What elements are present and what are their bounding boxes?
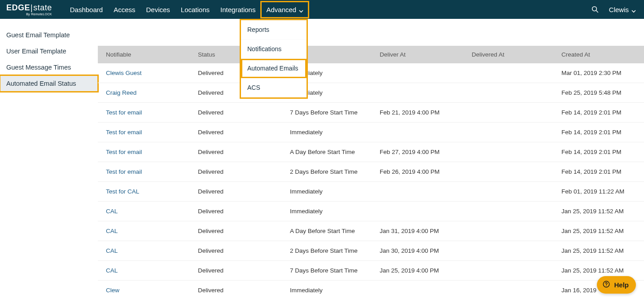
cell-notifiable[interactable]: Test for CAL bbox=[98, 182, 190, 202]
nav-integrations[interactable]: Integrations bbox=[215, 1, 261, 18]
table-row: Test for emailDelivered7 Days Before Sta… bbox=[98, 103, 644, 123]
table-row: Craig ReedDeliveredImmediatelyFeb 25, 20… bbox=[98, 83, 644, 103]
cell-time: Immediately bbox=[282, 182, 372, 202]
cell-deliver-at bbox=[372, 281, 464, 299]
table-header-row: Notifiable Status Time Deliver At Delive… bbox=[98, 46, 644, 63]
cell-status: Delivered bbox=[190, 162, 282, 182]
cell-status: Delivered bbox=[190, 103, 282, 123]
sidebar: Guest Email Template User Email Template… bbox=[0, 19, 98, 299]
chevron-down-icon bbox=[299, 7, 303, 12]
cell-status: Delivered bbox=[190, 142, 282, 162]
cell-delivered-at bbox=[464, 63, 553, 83]
nav-locations[interactable]: Locations bbox=[175, 1, 215, 18]
cell-created-at: Feb 25, 2019 5:48 PM bbox=[553, 83, 644, 103]
col-notifiable[interactable]: Notifiable bbox=[98, 46, 190, 63]
cell-notifiable[interactable]: Test for email bbox=[98, 123, 190, 142]
table-row: Test for emailDeliveredA Day Before Star… bbox=[98, 142, 644, 162]
cell-delivered-at bbox=[464, 202, 553, 221]
cell-created-at: Jan 25, 2019 11:52 AM bbox=[553, 202, 644, 221]
svg-point-0 bbox=[592, 7, 596, 11]
chevron-down-icon bbox=[631, 7, 636, 12]
cell-notifiable[interactable]: Test for email bbox=[98, 103, 190, 123]
primary-nav: Dashboard Access Devices Locations Integ… bbox=[65, 1, 309, 18]
table-row: CALDeliveredImmediatelyJan 25, 2019 11:5… bbox=[98, 202, 644, 221]
dropdown-automated-emails[interactable]: Automated Emails bbox=[241, 59, 307, 78]
search-icon[interactable] bbox=[591, 5, 599, 13]
cell-deliver-at bbox=[372, 83, 464, 103]
brand-right: state bbox=[33, 3, 52, 12]
nav-advanced-label: Advanced bbox=[266, 6, 296, 13]
sidebar-user-email-template[interactable]: User Email Template bbox=[0, 43, 98, 59]
cell-deliver-at: Jan 25, 2019 4:00 PM bbox=[372, 261, 464, 281]
help-button[interactable]: Help bbox=[597, 276, 636, 294]
nav-advanced[interactable]: Advanced bbox=[261, 1, 309, 18]
cell-time: 7 Days Before Start Time bbox=[282, 103, 372, 123]
table-row: CALDelivered2 Days Before Start TimeJan … bbox=[98, 241, 644, 261]
nav-devices[interactable]: Devices bbox=[140, 1, 175, 18]
main-panel: Notifiable Status Time Deliver At Delive… bbox=[98, 19, 644, 299]
cell-time: 2 Days Before Start Time bbox=[282, 241, 372, 261]
cell-time: Immediately bbox=[282, 281, 372, 299]
cell-status: Delivered bbox=[190, 123, 282, 142]
email-status-table: Notifiable Status Time Deliver At Delive… bbox=[98, 46, 644, 299]
cell-deliver-at: Feb 26, 2019 4:00 PM bbox=[372, 162, 464, 182]
cell-notifiable[interactable]: Test for email bbox=[98, 142, 190, 162]
cell-status: Delivered bbox=[190, 202, 282, 221]
cell-delivered-at bbox=[464, 221, 553, 241]
cell-notifiable[interactable]: Craig Reed bbox=[98, 83, 190, 103]
topbar-right: Clewis bbox=[591, 5, 636, 13]
cell-notifiable[interactable]: CAL bbox=[98, 221, 190, 241]
dropdown-acs[interactable]: ACS bbox=[241, 78, 307, 97]
cell-notifiable[interactable]: CAL bbox=[98, 202, 190, 221]
table-row: Test for CALDeliveredImmediatelyFeb 01, … bbox=[98, 182, 644, 202]
cell-time: Immediately bbox=[282, 123, 372, 142]
sidebar-automated-email-status[interactable]: Automated Email Status bbox=[0, 75, 98, 92]
col-created-at[interactable]: Created At bbox=[553, 46, 644, 63]
cell-notifiable[interactable]: Clew bbox=[98, 281, 190, 299]
cell-created-at: Feb 14, 2019 2:01 PM bbox=[553, 103, 644, 123]
cell-delivered-at bbox=[464, 182, 553, 202]
cell-delivered-at bbox=[464, 123, 553, 142]
user-menu[interactable]: Clewis bbox=[609, 6, 636, 13]
cell-delivered-at bbox=[464, 261, 553, 281]
svg-point-3 bbox=[606, 286, 607, 286]
cell-created-at: Feb 01, 2019 11:22 AM bbox=[553, 182, 644, 202]
cell-deliver-at bbox=[372, 123, 464, 142]
cell-notifiable[interactable]: CAL bbox=[98, 241, 190, 261]
cell-delivered-at bbox=[464, 83, 553, 103]
cell-deliver-at bbox=[372, 202, 464, 221]
col-delivered-at[interactable]: Delivered At bbox=[464, 46, 553, 63]
col-deliver-at[interactable]: Deliver At bbox=[372, 46, 464, 63]
cell-delivered-at bbox=[464, 241, 553, 261]
table-row: CALDelivered7 Days Before Start TimeJan … bbox=[98, 261, 644, 281]
cell-delivered-at bbox=[464, 162, 553, 182]
cell-time: Immediately bbox=[282, 202, 372, 221]
table-row: Test for emailDeliveredImmediatelyFeb 14… bbox=[98, 123, 644, 142]
cell-notifiable[interactable]: CAL bbox=[98, 261, 190, 281]
cell-time: A Day Before Start Time bbox=[282, 221, 372, 241]
nav-dashboard[interactable]: Dashboard bbox=[65, 1, 108, 18]
svg-line-1 bbox=[596, 10, 598, 13]
sidebar-guest-email-template[interactable]: Guest Email Template bbox=[0, 27, 98, 43]
cell-delivered-at bbox=[464, 103, 553, 123]
dropdown-notifications[interactable]: Notifications bbox=[241, 40, 307, 59]
cell-created-at: Feb 14, 2019 2:01 PM bbox=[553, 162, 644, 182]
dropdown-reports[interactable]: Reports bbox=[241, 20, 307, 40]
cell-created-at: Jan 25, 2019 11:52 AM bbox=[553, 221, 644, 241]
cell-notifiable[interactable]: Clewis Guest bbox=[98, 63, 190, 83]
cell-created-at: Feb 14, 2019 2:01 PM bbox=[553, 123, 644, 142]
nav-access[interactable]: Access bbox=[108, 1, 140, 18]
cell-notifiable[interactable]: Test for email bbox=[98, 162, 190, 182]
cell-time: A Day Before Start Time bbox=[282, 142, 372, 162]
cell-status: Delivered bbox=[190, 241, 282, 261]
cell-delivered-at bbox=[464, 281, 553, 299]
cell-delivered-at bbox=[464, 142, 553, 162]
sidebar-guest-message-times[interactable]: Guest Message Times bbox=[0, 59, 98, 75]
help-label: Help bbox=[614, 281, 629, 289]
cell-time: 7 Days Before Start Time bbox=[282, 261, 372, 281]
topbar: EDGE|state By RemoteLOCK Dashboard Acces… bbox=[0, 0, 644, 19]
advanced-dropdown: Reports Notifications Automated Emails A… bbox=[240, 19, 308, 99]
brand-logo[interactable]: EDGE|state By RemoteLOCK bbox=[6, 4, 52, 16]
cell-created-at: Jan 25, 2019 11:52 AM bbox=[553, 241, 644, 261]
table-row: CALDeliveredA Day Before Start TimeJan 3… bbox=[98, 221, 644, 241]
